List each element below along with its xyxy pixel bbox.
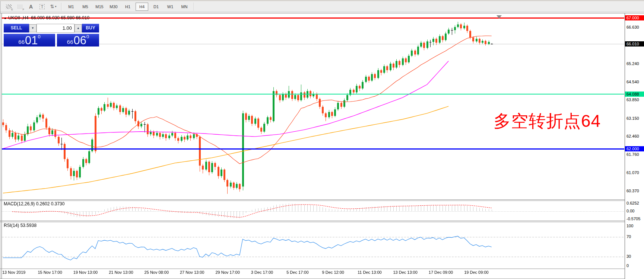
spinner-down-icon: ▼	[31, 26, 34, 30]
bid-price-superscript: 0	[38, 34, 40, 39]
volume-increase-button[interactable]: ▲	[74, 24, 82, 32]
sell-button[interactable]: SELL	[4, 24, 29, 33]
time-axis-label: 9 Dec 12:00	[322, 270, 344, 275]
volume-input[interactable]: 1.00	[37, 24, 74, 33]
time-axis-label: 11 Dec 13:00	[358, 270, 382, 275]
macd-indicator-label: MACD(12,26,9) 0.2602 0.3730	[4, 201, 64, 206]
volume-decrease-button[interactable]: ▼	[29, 24, 37, 32]
horizontal-level-line[interactable]	[2, 148, 624, 150]
time-axis-label: 19 Dec 09:00	[464, 270, 488, 275]
time-axis-label: 3 Dec 17:00	[251, 270, 273, 275]
buy-button[interactable]: BUY	[82, 24, 99, 33]
ask-price-display[interactable]: 66 06 0	[57, 34, 99, 46]
chart-symbol-period: UKOIl-,H4	[8, 15, 29, 20]
bid-price-big-digits: 01	[25, 35, 38, 46]
time-axis-label: 15 Nov 17:00	[38, 270, 62, 275]
chart-title: ▲UKOIl-,H4 66.000 66.030 65.980 66.010	[4, 15, 89, 20]
chart-shift-marker[interactable]	[497, 15, 502, 19]
time-axis-label: 21 Nov 13:00	[109, 270, 133, 275]
time-axis-label: 29 Nov 17:00	[215, 270, 239, 275]
time-axis-label: 5 Dec 17:00	[286, 270, 308, 275]
rsi-indicator-label: RSI(14) 53.5938	[4, 223, 37, 228]
chart-annotation-text: 多空转折点64	[494, 112, 601, 130]
time-axis-label: 17 Dec 09:00	[429, 270, 453, 275]
time-axis-label: 19 Nov 13:00	[73, 270, 98, 275]
chart-ohlc-values: 66.000 66.030 65.980 66.010	[31, 15, 89, 20]
ask-price-prefix: 66	[67, 38, 73, 46]
bid-price-prefix: 66	[18, 38, 25, 46]
horizontal-level-line[interactable]	[2, 94, 624, 94]
time-axis[interactable]: 13 Nov 201915 Nov 17:0019 Nov 13:0021 No…	[2, 270, 624, 278]
bid-price-display[interactable]: 66 01 0	[4, 34, 55, 46]
one-click-trade-panel: SELL ▼ 1.00 ▲ BUY 66 01 0 66 06 0	[4, 24, 99, 47]
horizontal-level-line[interactable]	[2, 17, 624, 19]
time-axis-label: 27 Nov 13:00	[180, 270, 204, 275]
trading-platform-window: E F A T ⇅ ▾ M1M5M15M30H1H4D1W1MN ▲UKOIl-…	[0, 0, 644, 279]
up-triangle-icon: ▲	[4, 16, 7, 20]
time-axis-label: 25 Nov 08:00	[145, 270, 169, 275]
time-axis-label: 13 Dec 13:00	[393, 270, 417, 275]
ask-price-superscript: 0	[86, 34, 89, 39]
time-axis-label: 13 Nov 2019	[2, 270, 25, 275]
ask-price-big-digits: 06	[73, 35, 86, 46]
spinner-up-icon: ▲	[77, 26, 80, 30]
